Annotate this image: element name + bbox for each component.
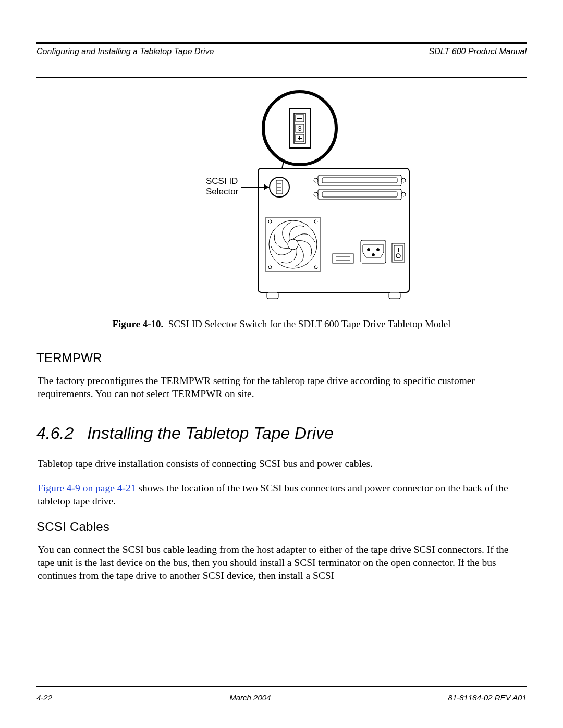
svg-rect-33 xyxy=(333,254,353,263)
svg-point-24 xyxy=(314,192,318,196)
paragraph-termpwr: The factory preconfigures the TERMPWR se… xyxy=(36,375,527,401)
header-left: Configuring and Installing a Tabletop Ta… xyxy=(36,47,214,56)
scsi-id-diagram-svg: 3 xyxy=(136,84,427,303)
figure-caption-prefix: Figure 4-10. xyxy=(112,318,163,329)
running-header: Configuring and Installing a Tabletop Ta… xyxy=(36,47,527,56)
heading-installing: 4.6.2 Installing the Tabletop Tape Drive xyxy=(36,424,527,443)
paragraph-install-intro: Tabletop tape drive installation consist… xyxy=(36,458,527,471)
svg-point-37 xyxy=(368,249,370,251)
callout-line-1: SCSI ID xyxy=(206,176,238,186)
footer-center: March 2004 xyxy=(229,693,271,702)
figure-caption: Figure 4-10. SCSI ID Selector Switch for… xyxy=(36,318,527,330)
page-footer: 4-22 March 2004 81-81184-02 REV A01 xyxy=(36,686,527,702)
header-right: SDLT 600 Product Manual xyxy=(429,47,527,56)
footer-left: 4-22 xyxy=(36,693,52,702)
callout-line-2: Selector xyxy=(206,187,239,196)
svg-rect-12 xyxy=(389,292,400,299)
page: Configuring and Installing a Tabletop Ta… xyxy=(0,0,563,728)
top-light-rule xyxy=(36,77,527,78)
heading-termpwr: TERMPWR xyxy=(36,351,527,365)
paragraph-install-xref: Figure 4-9 on page 4-21 shows the locati… xyxy=(36,482,527,508)
footer-right: 81-81184-02 REV A01 xyxy=(448,693,527,702)
heading-title: Installing the Tabletop Tape Drive xyxy=(87,424,334,443)
heading-number: 4.6.2 xyxy=(36,424,74,443)
paragraph-scsi-cables: You can connect the SCSI bus cable leadi… xyxy=(36,544,527,583)
svg-point-20 xyxy=(314,178,318,182)
footer-rule xyxy=(36,686,527,687)
heading-scsi-cables: SCSI Cables xyxy=(36,520,527,534)
top-heavy-rule xyxy=(36,42,527,44)
svg-rect-19 xyxy=(322,178,397,183)
svg-point-25 xyxy=(401,192,406,196)
svg-point-21 xyxy=(401,178,406,182)
svg-rect-11 xyxy=(267,292,278,299)
switch-digit: 3 xyxy=(298,125,301,132)
svg-rect-23 xyxy=(322,192,397,197)
svg-point-38 xyxy=(377,249,380,251)
figure-diagram: 3 xyxy=(36,84,527,303)
svg-rect-26 xyxy=(266,217,320,272)
figure-9-xref-link[interactable]: Figure 4-9 on page 4-21 xyxy=(38,483,136,493)
figure-caption-text: SCSI ID Selector Switch for the SDLT 600… xyxy=(168,318,451,329)
svg-point-39 xyxy=(372,254,375,256)
